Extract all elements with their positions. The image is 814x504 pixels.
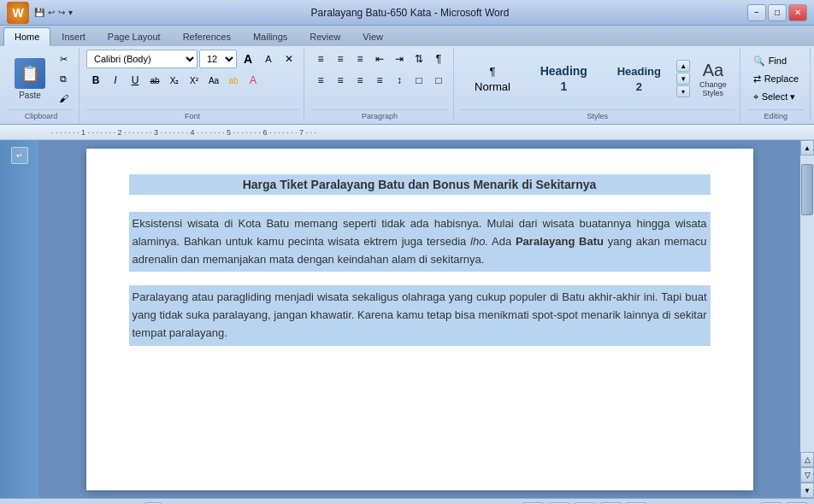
- tab-insert[interactable]: Insert: [50, 27, 97, 46]
- document-paragraph-1: Eksistensi wisata di Kota Batu memang se…: [129, 212, 711, 272]
- styles-scroll-up-btn[interactable]: ▲: [676, 60, 690, 72]
- paste-icon: 📋: [15, 58, 45, 89]
- document-paragraph-2: Paralayang atau paragliding menjadi wisa…: [129, 285, 711, 345]
- format-painter-button[interactable]: 🖌: [53, 89, 74, 108]
- clipboard-sub: ✂ ⧉ 🖌: [53, 50, 74, 108]
- tab-page-layout[interactable]: Page Layout: [97, 27, 172, 46]
- para-row-1: ≡ ≡ ≡ ⇤ ⇥ ⇅ ¶: [311, 50, 448, 68]
- select-icon: ⌖: [753, 91, 758, 103]
- replace-label: Replace: [764, 73, 799, 84]
- copy-button[interactable]: ⧉: [53, 69, 74, 88]
- multilevel-btn[interactable]: ≡: [351, 50, 369, 68]
- sort-btn[interactable]: ⇅: [410, 50, 428, 68]
- font-shrink-btn[interactable]: A: [259, 50, 278, 68]
- quick-access-toolbar: 💾 ↩ ↪ ▾: [34, 8, 73, 17]
- underline-btn[interactable]: U: [126, 71, 145, 90]
- left-sidebar: ↵: [0, 140, 38, 498]
- scroll-up-btn[interactable]: ▲: [800, 140, 814, 155]
- select-button[interactable]: ⌖ Select ▾: [747, 89, 805, 105]
- superscript-btn[interactable]: X²: [185, 71, 204, 90]
- window-controls: − □ ✕: [747, 4, 807, 21]
- font-family-select[interactable]: Calibri (Body): [86, 50, 198, 68]
- scroll-btn-mid2[interactable]: ▽: [800, 467, 814, 483]
- align-left-btn[interactable]: ≡: [311, 71, 330, 90]
- change-styles-button[interactable]: Aa Change Styles: [692, 56, 734, 102]
- document-area[interactable]: Harga Tiket Paralayang Batu dan Bonus Me…: [38, 140, 800, 498]
- style-normal-label: ¶ Normal: [475, 65, 510, 93]
- tab-home[interactable]: Home: [3, 27, 50, 46]
- tab-view[interactable]: View: [351, 27, 394, 46]
- style-heading2[interactable]: Heading 2: [603, 59, 675, 98]
- style-heading2-label: Heading 2: [617, 65, 661, 93]
- cut-button[interactable]: ✂: [53, 50, 74, 68]
- undo-quick-btn[interactable]: ↩: [48, 8, 55, 17]
- para-row-2: ≡ ≡ ≡ ≡ ↕ □ □: [311, 71, 448, 90]
- para1-mid: Ada: [488, 235, 516, 248]
- select-label: Select ▾: [762, 91, 796, 103]
- style-heading1[interactable]: Heading 1: [526, 59, 601, 98]
- replace-icon: ⇄: [753, 73, 761, 85]
- paste-button[interactable]: 📋 Paste: [9, 54, 51, 104]
- editing-group: 🔍 Find ⇄ Replace ⌖ Select ▾ Editing: [742, 48, 811, 122]
- status-bar: Page: 1 of 3 Words: 683/683 ✓ 📄 ⊡ 🌐 ≡ 📝 …: [0, 498, 814, 504]
- align-center-btn[interactable]: ≡: [331, 71, 350, 90]
- scroll-thumb[interactable]: [801, 164, 813, 215]
- ribbon: Home Insert Page Layout References Maili…: [0, 26, 814, 125]
- font-row-1: Calibri (Body) 12 A A ✕: [86, 50, 298, 68]
- tab-references[interactable]: References: [172, 27, 242, 46]
- increase-indent-btn[interactable]: ⇥: [390, 50, 409, 68]
- scroll-btn-mid1[interactable]: △: [800, 452, 814, 467]
- font-grow-btn[interactable]: A: [239, 50, 257, 68]
- para1-bold: Paralayang Batu: [516, 235, 604, 248]
- title-bar: W 💾 ↩ ↪ ▾ Paralayang Batu-650 Kata - Mic…: [0, 0, 814, 26]
- decrease-indent-btn[interactable]: ⇤: [370, 50, 389, 68]
- para1-italic: lho.: [470, 235, 488, 248]
- close-btn[interactable]: ✕: [788, 4, 807, 21]
- section-indicator[interactable]: ↵: [11, 147, 28, 164]
- editing-group-content: 🔍 Find ⇄ Replace ⌖ Select ▾: [747, 50, 805, 108]
- document-title: Harga Tiket Paralayang Batu dan Bonus Me…: [129, 174, 711, 195]
- style-normal[interactable]: ¶ Normal: [461, 59, 524, 98]
- case-btn[interactable]: Aa: [204, 71, 223, 90]
- styles-label: Styles: [461, 109, 734, 120]
- subscript-btn[interactable]: X₂: [165, 71, 184, 90]
- maximize-btn[interactable]: □: [768, 4, 787, 21]
- justify-btn[interactable]: ≡: [370, 71, 389, 90]
- paragraph-label: Paragraph: [311, 109, 448, 120]
- styles-scroll-down-btn[interactable]: ▼: [676, 73, 690, 85]
- numbering-btn[interactable]: ≡: [331, 50, 350, 68]
- highlight-btn[interactable]: ab: [224, 71, 243, 90]
- line-spacing-btn[interactable]: ↕: [390, 71, 409, 90]
- save-quick-btn[interactable]: 💾: [34, 8, 44, 17]
- clear-format-btn[interactable]: ✕: [280, 50, 298, 68]
- font-size-select[interactable]: 12: [199, 50, 237, 68]
- align-right-btn[interactable]: ≡: [351, 71, 369, 90]
- show-marks-btn[interactable]: ¶: [429, 50, 448, 68]
- replace-button[interactable]: ⇄ Replace: [747, 71, 805, 87]
- find-label: Find: [769, 56, 787, 66]
- document-page: Harga Tiket Paralayang Batu dan Bonus Me…: [86, 149, 753, 490]
- shading-btn[interactable]: □: [410, 71, 428, 90]
- font-color-btn[interactable]: A: [244, 71, 262, 90]
- border-btn[interactable]: □: [429, 71, 448, 90]
- styles-scroll: ▲ ▼ ▾: [676, 60, 690, 97]
- scroll-down-btn[interactable]: ▼: [800, 483, 814, 498]
- font-label: Font: [86, 109, 298, 120]
- tab-mailings[interactable]: Mailings: [242, 27, 298, 46]
- font-group: Calibri (Body) 12 A A ✕ B I U ab X₂ X²: [81, 48, 304, 122]
- strikethrough-btn[interactable]: ab: [145, 71, 164, 90]
- bullets-btn[interactable]: ≡: [311, 50, 330, 68]
- styles-group: ¶ Normal Heading 1 Heading 2 ▲ ▼ ▾ Aa: [456, 48, 740, 122]
- minimize-btn[interactable]: −: [747, 4, 766, 21]
- find-button[interactable]: 🔍 Find: [747, 53, 805, 69]
- redo-quick-btn[interactable]: ↪: [58, 8, 65, 17]
- styles-more-btn[interactable]: ▾: [676, 85, 690, 97]
- paragraph-group: ≡ ≡ ≡ ⇤ ⇥ ⇅ ¶ ≡ ≡ ≡ ≡ ↕ □ □ Pa: [306, 48, 454, 122]
- tab-review[interactable]: Review: [298, 27, 351, 46]
- bold-btn[interactable]: B: [86, 71, 105, 90]
- scroll-track[interactable]: [800, 155, 814, 452]
- ribbon-content: 📋 Paste ✂ ⧉ 🖌 Clipboard Calibri (Body): [0, 46, 814, 124]
- italic-btn[interactable]: I: [106, 71, 125, 90]
- editing-btns: 🔍 Find ⇄ Replace ⌖ Select ▾: [747, 53, 805, 105]
- editing-label: Editing: [747, 109, 805, 120]
